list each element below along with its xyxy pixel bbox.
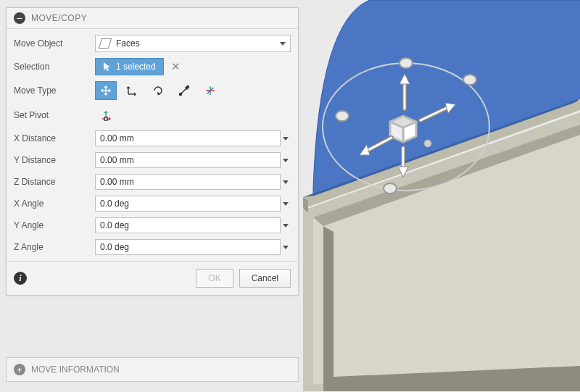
y-distance-label: Y Distance (14, 155, 95, 165)
info-icon[interactable]: i (14, 272, 27, 285)
z-angle-label: Z Angle (14, 242, 95, 252)
x-distance-dropdown[interactable] (281, 137, 291, 141)
ok-button[interactable]: OK (196, 269, 233, 288)
y-angle-dropdown[interactable] (281, 224, 291, 228)
panel-body: Move Object Faces Selection 1 selected (7, 29, 298, 261)
move-object-value: Faces (116, 38, 140, 49)
x-distance-label: X Distance (14, 133, 95, 143)
svg-point-9 (463, 75, 476, 85)
panel-footer: i OK Cancel (7, 261, 298, 295)
move-type-label: Move Type (14, 86, 95, 96)
selection-label: Selection (14, 62, 95, 72)
move-type-point-to-position-button[interactable] (199, 81, 221, 100)
svg-point-7 (399, 58, 413, 68)
x-angle-label: X Angle (14, 199, 95, 209)
move-type-rotate-button[interactable] (147, 81, 169, 100)
chevron-down-icon (280, 42, 286, 46)
move-copy-panel: − MOVE/COPY Move Object Faces Selection (6, 7, 299, 296)
z-angle-dropdown[interactable] (281, 246, 291, 249)
collapse-icon[interactable]: − (14, 12, 25, 24)
svg-point-8 (336, 111, 349, 121)
move-type-free-button[interactable] (95, 81, 117, 100)
x-angle-dropdown[interactable] (281, 202, 291, 206)
svg-point-10 (384, 183, 397, 193)
y-distance-dropdown[interactable] (281, 159, 291, 162)
x-distance-input[interactable] (95, 130, 281, 146)
move-information-panel: + MOVE INFORMATION (6, 357, 299, 382)
selection-clear-button[interactable]: ✕ (168, 60, 183, 73)
x-angle-input[interactable] (95, 196, 281, 212)
move-type-point-to-point-button[interactable] (173, 81, 195, 100)
faces-icon (99, 38, 112, 49)
z-distance-dropdown[interactable] (281, 180, 291, 184)
svg-rect-39 (104, 117, 107, 120)
cancel-button[interactable]: Cancel (239, 269, 291, 288)
cursor-icon (103, 62, 112, 72)
z-distance-input[interactable] (95, 174, 281, 190)
move-information-title: MOVE INFORMATION (31, 364, 120, 375)
selection-chip[interactable]: 1 selected (95, 58, 164, 75)
y-angle-label: Y Angle (14, 220, 95, 230)
move-type-translate-button[interactable] (121, 81, 143, 100)
panel-header: − MOVE/COPY (7, 8, 298, 29)
panel-title: MOVE/COPY (31, 13, 87, 23)
z-angle-input[interactable] (95, 239, 281, 255)
svg-point-14 (424, 140, 431, 147)
set-pivot-label: Set Pivot (14, 110, 95, 120)
expand-icon[interactable]: + (14, 364, 25, 375)
svg-line-33 (181, 88, 187, 93)
y-angle-input[interactable] (95, 217, 281, 233)
selection-chip-text: 1 selected (116, 62, 156, 72)
z-distance-label: Z Distance (14, 177, 95, 187)
move-object-label: Move Object (14, 38, 95, 49)
set-pivot-button[interactable] (95, 106, 117, 125)
triad-origin-icon[interactable] (390, 116, 416, 142)
move-object-dropdown[interactable]: Faces (95, 35, 291, 52)
y-distance-input[interactable] (95, 152, 281, 168)
